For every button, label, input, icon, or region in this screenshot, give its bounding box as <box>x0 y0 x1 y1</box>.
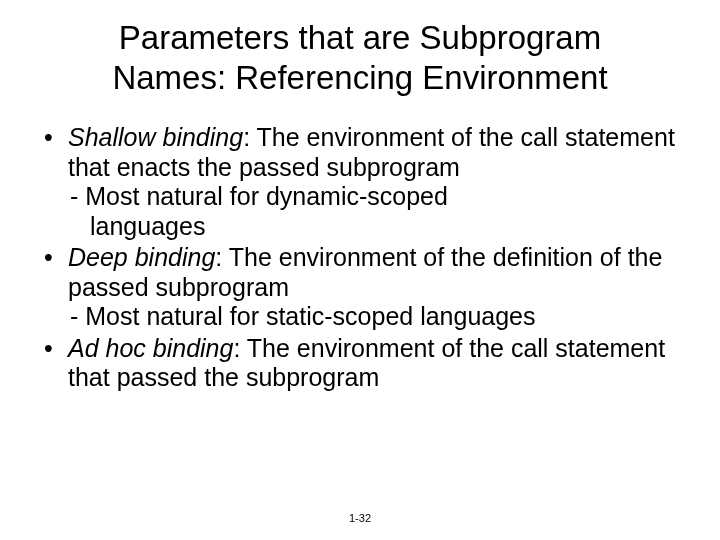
sub-line: languages <box>68 212 680 242</box>
bullet-list: Shallow binding: The environment of the … <box>40 123 680 393</box>
slide-number: 1-32 <box>0 512 720 524</box>
sub-line: - Most natural for static-scoped languag… <box>68 302 680 332</box>
slide: Parameters that are Subprogram Names: Re… <box>0 0 720 540</box>
term: Deep binding <box>68 243 215 271</box>
term: Ad hoc binding <box>68 334 233 362</box>
term: Shallow binding <box>68 123 243 151</box>
list-item: Ad hoc binding: The environment of the c… <box>40 334 680 393</box>
sub-line: - Most natural for dynamic-scoped <box>68 182 680 212</box>
slide-content: Shallow binding: The environment of the … <box>40 123 680 393</box>
list-item: Deep binding: The environment of the def… <box>40 243 680 332</box>
slide-title: Parameters that are Subprogram Names: Re… <box>70 18 650 97</box>
list-item: Shallow binding: The environment of the … <box>40 123 680 241</box>
